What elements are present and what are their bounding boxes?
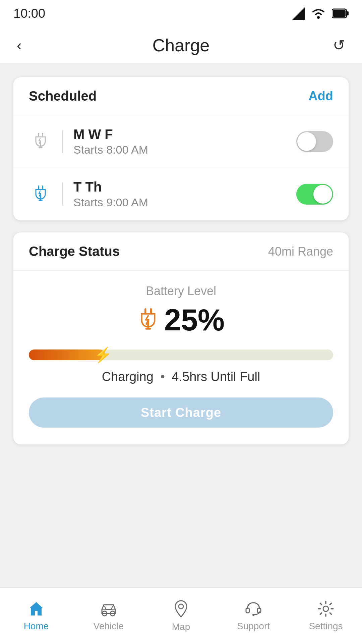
schedule-mwf-time: Starts 8:00 AM [73, 143, 296, 156]
toggle-tth[interactable] [296, 184, 333, 205]
signal-icon [292, 7, 305, 20]
nav-map-label: Map [172, 622, 190, 632]
svg-rect-5 [38, 133, 39, 137]
start-charge-button[interactable]: Start Charge [29, 397, 333, 428]
svg-marker-0 [292, 7, 305, 20]
battery-percent-value: 25% [164, 303, 225, 337]
page-title: Charge [153, 35, 210, 55]
charge-status-body: Battery Level 25% ⚡ [13, 271, 349, 444]
svg-rect-12 [39, 200, 43, 201]
nav-support-label: Support [237, 621, 270, 632]
nav-support[interactable]: Support [217, 600, 290, 632]
scheduled-title: Scheduled [29, 89, 97, 104]
svg-point-1 [317, 16, 320, 19]
scheduled-card: Scheduled Add M W F Starts 8:00 AM [13, 77, 349, 220]
hours-until-full: 4.5hrs Until Full [172, 370, 260, 384]
settings-icon [317, 600, 335, 618]
toggle-tth-thumb [313, 185, 332, 204]
svg-point-24 [323, 606, 328, 611]
lightning-icon: ⚡ [94, 346, 112, 364]
svg-rect-9 [38, 185, 39, 190]
charge-status-card: Charge Status 40mi Range Battery Level 2… [13, 232, 349, 444]
nav-map[interactable]: Map [145, 599, 217, 632]
status-icons [292, 7, 349, 20]
charge-status-header: Charge Status 40mi Range [13, 232, 349, 271]
schedule-item-mwf: M W F Starts 8:00 AM [13, 115, 349, 168]
charging-status-text: Charging • 4.5hrs Until Full [102, 370, 260, 384]
svg-rect-14 [150, 308, 152, 314]
svg-rect-8 [39, 147, 43, 148]
nav-vehicle[interactable]: Vehicle [72, 600, 145, 632]
plug-inactive-icon [29, 133, 52, 150]
svg-rect-13 [144, 308, 146, 314]
nav-vehicle-label: Vehicle [94, 621, 124, 632]
battery-label: Battery Level [146, 284, 216, 298]
map-icon [173, 599, 189, 618]
schedule-item-tth: T Th Starts 9:00 AM [13, 168, 349, 220]
battery-percent-row: 25% [137, 303, 225, 337]
svg-rect-3 [347, 11, 349, 15]
support-icon [244, 600, 263, 618]
nav-home[interactable]: Home [0, 600, 72, 632]
status-time: 10:00 [13, 6, 45, 21]
divider [62, 182, 63, 206]
schedule-tth-info: T Th Starts 9:00 AM [73, 179, 296, 209]
battery-progress-fill: ⚡ [29, 350, 105, 360]
scheduled-header: Scheduled Add [13, 77, 349, 115]
svg-point-23 [252, 614, 254, 616]
refresh-button[interactable]: ↺ [325, 37, 345, 54]
dot-separator: • [160, 370, 165, 384]
header: ‹ Charge ↺ [0, 27, 362, 64]
add-button[interactable]: Add [308, 89, 333, 103]
svg-rect-6 [42, 133, 43, 137]
battery-plug-icon [137, 308, 159, 332]
charging-label: Charging [102, 370, 154, 384]
svg-rect-4 [333, 10, 346, 17]
start-charge-label: Start Charge [141, 406, 221, 420]
divider [62, 130, 63, 153]
svg-rect-16 [145, 328, 151, 330]
svg-rect-19 [102, 609, 115, 610]
plug-active-icon [29, 185, 52, 203]
toggle-mwf-thumb [297, 132, 316, 151]
charge-status-title: Charge Status [29, 244, 120, 259]
nav-home-label: Home [24, 621, 49, 632]
battery-progress-bar: ⚡ [29, 350, 333, 360]
schedule-mwf-info: M W F Starts 8:00 AM [73, 127, 296, 156]
battery-icon [332, 8, 349, 19]
back-button[interactable]: ‹ [17, 37, 37, 54]
svg-rect-10 [42, 185, 43, 190]
bottom-nav: Home Vehicle Map Support [0, 587, 362, 644]
status-bar: 10:00 [0, 0, 362, 27]
main-content: Scheduled Add M W F Starts 8:00 AM [0, 64, 362, 444]
schedule-mwf-days: M W F [73, 127, 296, 142]
vehicle-icon [99, 600, 118, 618]
home-icon [27, 600, 45, 618]
schedule-tth-time: Starts 9:00 AM [73, 196, 296, 209]
schedule-tth-days: T Th [73, 179, 296, 195]
nav-settings[interactable]: Settings [290, 600, 362, 632]
svg-rect-21 [246, 608, 249, 613]
toggle-mwf[interactable] [296, 131, 333, 152]
wifi-icon [311, 7, 326, 20]
nav-settings-label: Settings [309, 621, 343, 632]
charge-status-range: 40mi Range [268, 245, 333, 259]
svg-point-20 [179, 604, 183, 609]
